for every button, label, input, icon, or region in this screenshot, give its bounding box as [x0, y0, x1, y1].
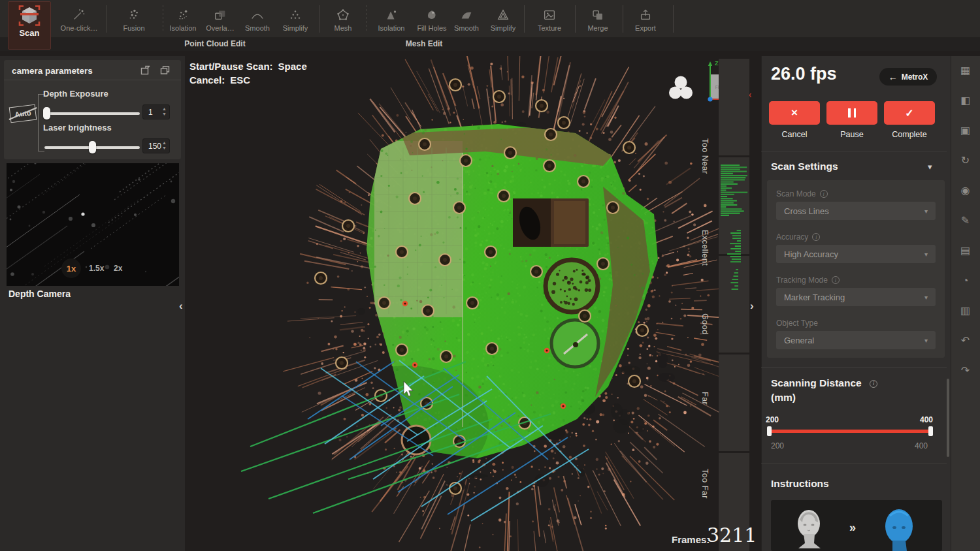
mesh-button[interactable]: Mesh	[325, 3, 361, 37]
pc-smooth-button[interactable]: Smooth	[239, 3, 276, 37]
laser-brightness-value[interactable]: 150 ▲▼	[142, 138, 170, 153]
color-cluster-icon[interactable]	[668, 74, 694, 104]
distance-max-handle[interactable]	[928, 426, 933, 436]
info-icon[interactable]: i	[832, 276, 840, 284]
pc-simplify-button[interactable]: Simplify	[276, 3, 314, 37]
arrows-icon: »	[849, 521, 856, 535]
laser-brightness-label: Laser brightness	[43, 123, 112, 133]
magic-wand-icon	[72, 8, 86, 22]
fill-holes-button[interactable]: Fill Holes	[410, 3, 453, 37]
depth-camera-preview: 1x 1.5x 2x	[7, 163, 179, 286]
selection-icon[interactable]: ▣	[956, 121, 974, 139]
mesh-simplify-button[interactable]: Simplify	[484, 3, 522, 37]
pc-isolation-button[interactable]: Isolation	[165, 3, 201, 37]
distance-min-handle[interactable]	[767, 426, 772, 436]
depth-camera-zoom-1-5x[interactable]: 1.5x	[89, 264, 104, 273]
hint-cancel: Cancel:ESC	[189, 74, 250, 86]
grid-view-icon[interactable]: ▦	[956, 61, 974, 79]
depth-camera-zoom-2x[interactable]: 2x	[114, 264, 122, 273]
timer-icon[interactable]: ◔	[956, 272, 974, 289]
right-panel-scrollbar[interactable]	[947, 379, 949, 457]
caret-down-icon: ▾	[924, 294, 928, 301]
mesh-smooth-button[interactable]: Smooth	[448, 3, 485, 37]
depth-camera-zoom-1x[interactable]: 1x	[61, 259, 81, 278]
cascade-windows-icon[interactable]	[159, 65, 171, 78]
pc-overlap-button[interactable]: Overla…	[202, 3, 238, 37]
info-icon[interactable]: i	[812, 233, 820, 241]
hint-start-key: Space	[278, 61, 307, 72]
pc-fusion-button[interactable]: Fusion	[115, 3, 153, 37]
back-to-metrox-button[interactable]: ← MetroX	[879, 68, 937, 86]
collapse-left-panel-chevron[interactable]: ‹	[179, 300, 183, 311]
hint-start: Start/Pause Scan:Space	[189, 61, 307, 72]
complete-scan-button[interactable]: ✓	[884, 101, 935, 125]
hint-cancel-label: Cancel:	[189, 74, 225, 86]
quality-label-far: Far	[700, 392, 710, 405]
distance-min-label: 200	[771, 441, 784, 450]
section-divider	[761, 464, 947, 464]
fill-holes-icon	[425, 8, 439, 22]
one-click-button[interactable]: One-click…	[57, 3, 101, 37]
depth-quality-histogram	[719, 59, 751, 551]
depth-exposure-value[interactable]: 1 ▲▼	[142, 104, 170, 119]
laser-brightness-slider-handle[interactable]	[89, 141, 96, 153]
instructions-title: Instructions	[771, 478, 829, 490]
depth-exposure-spinner[interactable]: ▲▼	[162, 106, 167, 117]
smooth-curve-icon	[250, 8, 265, 22]
accuracy-select[interactable]: High Accuracy▾	[776, 245, 936, 263]
merge-icon	[591, 8, 605, 22]
export-button[interactable]: Export	[626, 3, 665, 37]
toolbar-divider	[163, 5, 163, 33]
scanning-distance-slider[interactable]	[770, 430, 930, 433]
simplify-points-icon	[288, 8, 302, 22]
annotate-icon[interactable]: ✎	[956, 212, 974, 229]
fusion-icon	[127, 8, 141, 22]
toolbar-divider	[575, 5, 576, 33]
merge-button[interactable]: Merge	[579, 3, 617, 37]
popout-window-icon[interactable]	[140, 65, 151, 78]
tracking-mode-label: Tracking Modei	[776, 276, 840, 285]
depth-camera-label: Depth Camera	[8, 289, 71, 299]
card-divider	[4, 80, 181, 80]
mesh-edit-group-label: Mesh Edit	[325, 39, 523, 48]
texture-icon	[542, 8, 557, 22]
section-divider	[761, 367, 947, 368]
laser-brightness-spinner[interactable]: ▲▼	[162, 140, 167, 151]
tracking-mode-select[interactable]: Marker Tracking▾	[776, 288, 936, 306]
scan-mode-select[interactable]: Cross Lines▾	[776, 202, 936, 220]
redo-icon[interactable]: ↷	[956, 362, 974, 379]
scan-cube-icon	[18, 5, 41, 27]
info-icon[interactable]: i	[820, 190, 828, 198]
auto-toggle-button[interactable]: Auto	[9, 104, 37, 123]
object-type-label: Object Type	[776, 319, 818, 328]
caret-down-icon: ▾	[924, 337, 928, 344]
check-icon: ✓	[905, 107, 913, 119]
pause-scan-button[interactable]	[826, 101, 877, 125]
isolation-mesh-icon	[384, 8, 399, 22]
app-window: Scan One-click… Fusion Isolation Overla……	[0, 0, 980, 551]
laser-brightness-slider[interactable]	[44, 146, 140, 149]
split-view-icon[interactable]: ◧	[956, 91, 974, 109]
undo-icon[interactable]: ↶	[956, 332, 974, 349]
caret-down-icon: ▾	[924, 251, 928, 258]
texture-button[interactable]: Texture	[529, 3, 570, 37]
rows-icon[interactable]: ▥	[956, 302, 974, 319]
depth-exposure-slider[interactable]	[44, 112, 140, 115]
object-type-select[interactable]: General▾	[776, 331, 936, 349]
quality-label-good: Good	[700, 313, 710, 335]
scanning-distance-title: Scanning Distance i	[771, 377, 877, 389]
rotate-view-icon[interactable]: ↻	[956, 151, 974, 169]
mesh-isolation-button[interactable]: Isolation	[372, 3, 410, 37]
depth-exposure-slider-handle[interactable]	[43, 107, 50, 119]
cancel-scan-button[interactable]: ×	[769, 101, 820, 125]
info-icon[interactable]: i	[870, 380, 877, 388]
fps-counter: 26.0 fps	[771, 64, 837, 84]
distance-max-value: 400	[917, 415, 933, 424]
layers-icon[interactable]: ▤	[956, 242, 974, 259]
point-cloud-canvas[interactable]	[185, 56, 761, 551]
collapse-scan-settings-chevron[interactable]: ▾	[928, 162, 932, 172]
target-icon[interactable]: ◉	[956, 181, 974, 199]
expand-right-panel-chevron[interactable]: ›	[750, 300, 754, 311]
toolbar-divider	[319, 5, 319, 33]
tab-scan[interactable]: Scan	[8, 1, 51, 50]
